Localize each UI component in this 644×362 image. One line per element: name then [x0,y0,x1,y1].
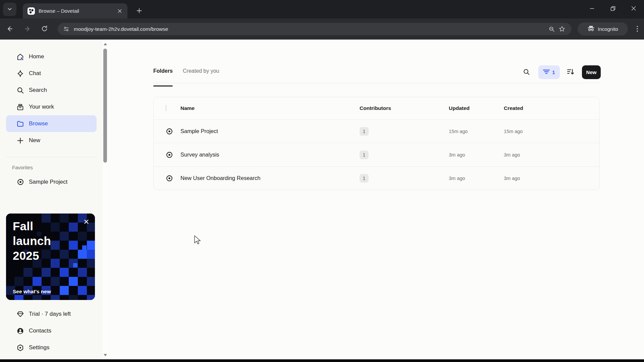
sidebar-item-label: Browse [29,120,48,127]
contributors-badge: 1 [360,127,369,136]
tab-folders[interactable]: Folders [153,68,173,83]
settings-icon [16,344,24,352]
restore-button[interactable] [602,0,623,17]
browser-tab[interactable]: Browse – Dovetail [23,3,127,18]
incognito-badge: Incognito [578,22,628,36]
reload-button[interactable] [38,23,50,35]
sort-icon [567,69,574,76]
sidebar-scrollbar[interactable] [103,40,108,359]
bookmark-star-icon[interactable] [557,24,567,34]
sidebar-item-chat[interactable]: Chat [6,65,97,82]
zoom-icon[interactable] [547,24,557,34]
sidebar: Home Chat Search Your work [0,40,103,359]
person-icon [16,327,24,335]
sidebar-item-settings[interactable]: Settings [6,339,97,356]
row-name: New User Onboarding Research [180,175,360,181]
favorite-item-label: Sample Project [29,179,67,185]
sort-button[interactable] [565,67,576,78]
sidebar-item-label: Your work [29,104,54,110]
tab-search-button[interactable] [3,3,16,16]
promo-banner[interactable]: Fall launch 2025 See what's new [6,214,95,300]
incognito-label: Incognito [598,26,618,32]
project-icon [166,128,173,135]
project-icon [16,178,24,186]
close-button[interactable] [623,0,644,17]
banner-cta[interactable]: See what's new [13,289,51,295]
select-all-checkbox[interactable] [166,105,166,111]
gem-icon [16,310,24,318]
new-button[interactable]: New [582,65,601,79]
arrow-left-icon [7,25,13,33]
tab-close-icon[interactable] [116,7,123,15]
column-created: Created [504,105,599,111]
site-info-icon[interactable] [61,24,71,34]
table-row-new-user-onboarding-research[interactable]: New User Onboarding Research 1 3m ago 3m… [154,166,599,190]
sidebar-item-your-work[interactable]: Your work [6,99,97,115]
favorite-item-sample-project[interactable]: Sample Project [6,174,97,190]
row-name: Sample Project [180,128,360,134]
browser-toolbar: moodjoy-team-2h2v.dovetail.com/browse In… [0,18,644,40]
sidebar-item-label: Trial · 7 days left [29,311,71,317]
folders-table: Name Contributors Updated Created Sample… [153,97,600,190]
sidebar-item-label: New [29,137,40,144]
tab-strip: Browse – Dovetail [0,0,644,18]
table-row-survey-analysis[interactable]: Survey analysis 1 3m ago 3m ago [154,143,599,166]
row-updated: 3m ago [449,176,504,181]
scroll-up-icon[interactable] [103,42,108,46]
sidebar-item-browse[interactable]: Browse [6,115,97,132]
sidebar-nav: Home Chat Search Your work [0,40,103,149]
contributors-badge: 1 [360,150,369,159]
tab-title: Browse – Dovetail [39,8,116,14]
filter-button[interactable]: 1 [538,65,560,79]
row-created: 3m ago [504,176,599,181]
column-contributors: Contributors [360,105,449,111]
url-text: moodjoy-team-2h2v.dovetail.com/browse [74,26,547,32]
tabs-divider [153,83,600,83]
banner-close-button[interactable] [82,218,91,227]
contributors-badge: 1 [360,174,369,183]
arrow-right-icon [24,25,31,33]
new-tab-button[interactable] [133,5,145,17]
column-updated: Updated [449,105,504,111]
incognito-icon [587,25,595,33]
dovetail-favicon-icon [28,7,35,15]
minimize-button[interactable] [582,0,602,17]
search-button[interactable] [521,67,532,78]
active-tab-underline [153,85,173,86]
scrollbar-thumb[interactable] [103,49,107,163]
tab-created-by-you[interactable]: Created by you [183,68,219,83]
project-icon [166,175,173,182]
filter-count: 1 [552,69,555,75]
url-bar[interactable]: moodjoy-team-2h2v.dovetail.com/browse [58,23,572,35]
page-tabs: Folders Created by you [153,65,600,83]
scroll-down-icon[interactable] [103,353,108,357]
table-row-sample-project[interactable]: Sample Project 1 15m ago 15m ago [154,119,599,143]
sidebar-item-new[interactable]: New [6,132,97,149]
close-icon [84,220,89,225]
back-button[interactable] [4,23,16,35]
sidebar-footer: Trial · 7 days left Contacts Settings [0,306,103,356]
window-controls [582,0,644,17]
filter-icon [543,69,550,75]
row-updated: 3m ago [449,152,504,158]
sidebar-item-trial[interactable]: Trial · 7 days left [6,306,97,322]
row-created: 15m ago [504,129,599,134]
dovetail-app: Home Chat Search Your work [0,40,644,359]
sidebar-item-label: Settings [29,344,49,351]
project-icon [166,151,173,159]
row-name: Survey analysis [180,152,360,158]
sidebar-item-contacts[interactable]: Contacts [6,322,97,339]
chevron-down-icon [7,7,12,12]
forward-button[interactable] [21,23,33,35]
plus-icon [16,137,24,144]
row-created: 3m ago [504,152,599,158]
sidebar-item-home[interactable]: Home [6,48,97,65]
browser-menu-button[interactable] [632,23,643,35]
search-icon [523,68,530,76]
sidebar-item-search[interactable]: Search [6,82,97,99]
column-name: Name [180,105,360,111]
archive-icon [16,103,24,111]
home-icon [16,53,24,61]
banner-title: Fall launch 2025 [13,219,63,263]
sparkle-icon [16,70,24,77]
